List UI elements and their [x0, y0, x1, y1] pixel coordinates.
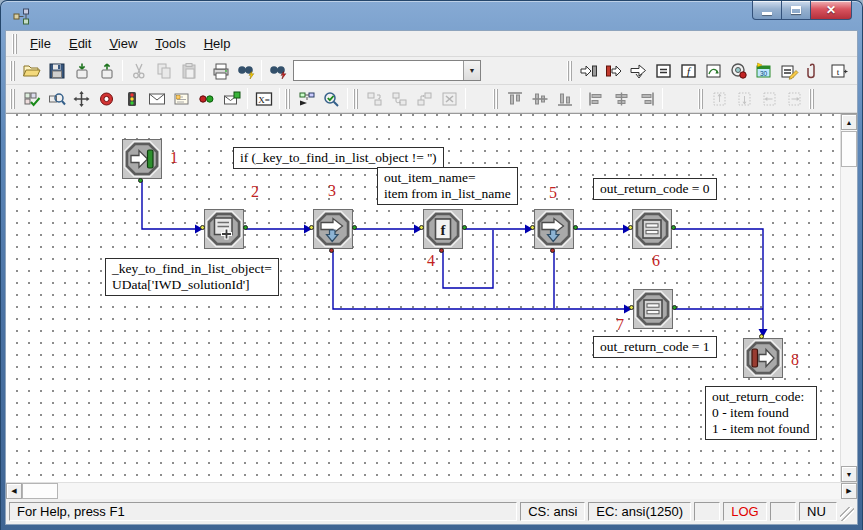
- find-combobox[interactable]: ▼: [293, 60, 481, 81]
- align-right-button[interactable]: [634, 87, 659, 111]
- menu-help[interactable]: Help: [195, 32, 240, 55]
- bottom-port-red[interactable]: [550, 248, 555, 253]
- annotation-box[interactable]: if (_key_to_find_in_list_object != ''): [233, 147, 444, 169]
- right-port-green[interactable]: [672, 305, 677, 310]
- vertical-scrollbar[interactable]: ▲ ▼: [840, 114, 857, 482]
- right-port-green[interactable]: [573, 225, 578, 230]
- if-branch-node[interactable]: [313, 209, 353, 249]
- annotation-box[interactable]: out_return_code = 1: [593, 336, 717, 358]
- flow-canvas[interactable]: if (_key_to_find_in_list_object != '')ou…: [6, 114, 840, 482]
- multi-assign-node[interactable]: [204, 209, 244, 249]
- annotation-box[interactable]: out_return_code = 0: [593, 178, 717, 200]
- toolbar-gripper[interactable]: [567, 61, 572, 81]
- toolbar-gripper[interactable]: [10, 61, 15, 81]
- align-left-button[interactable]: [584, 87, 609, 111]
- open-button[interactable]: [19, 59, 44, 83]
- toolbar-gripper[interactable]: [353, 89, 358, 109]
- menu-tools[interactable]: Tools: [146, 32, 194, 55]
- branch-button[interactable]: [626, 59, 651, 83]
- menu-file[interactable]: File: [21, 32, 60, 55]
- entry-button[interactable]: [576, 59, 601, 83]
- app-icon[interactable]: [13, 8, 30, 25]
- mail-button[interactable]: [144, 87, 169, 111]
- toolbar-gripper[interactable]: [698, 89, 703, 109]
- assign-node[interactable]: [633, 289, 673, 329]
- annotation-box[interactable]: _key_to_find_in_list_object=UData['IWD_s…: [105, 258, 279, 296]
- align-center-button[interactable]: [609, 87, 634, 111]
- note-card-button[interactable]: [169, 87, 194, 111]
- bottom-port-red[interactable]: [439, 248, 444, 253]
- horizontal-scrollbar[interactable]: ◀ ▶: [6, 482, 857, 499]
- move-button[interactable]: [69, 87, 94, 111]
- zoom-check-button[interactable]: [319, 87, 344, 111]
- menu-gripper[interactable]: [12, 34, 17, 54]
- title-bar[interactable]: ✕: [1, 1, 862, 30]
- assign-node[interactable]: [632, 209, 672, 249]
- menu-edit[interactable]: Edit: [60, 32, 100, 55]
- right-port-green[interactable]: [352, 225, 357, 230]
- link-dots-button[interactable]: [194, 87, 219, 111]
- align-middle-button[interactable]: [527, 87, 552, 111]
- horizontal-scroll-thumb[interactable]: [22, 483, 58, 499]
- save-button[interactable]: [44, 59, 69, 83]
- print-button[interactable]: [208, 59, 233, 83]
- exit-button[interactable]: [601, 59, 626, 83]
- left-port-yellow[interactable]: [309, 225, 314, 230]
- x-equals-button[interactable]: X=: [251, 87, 276, 111]
- mail-data-button[interactable]: [219, 87, 244, 111]
- traffic-light-button[interactable]: [119, 87, 144, 111]
- close-button[interactable]: ✕: [810, 1, 852, 20]
- find-button[interactable]: [233, 59, 258, 83]
- multi-function-button[interactable]: [701, 59, 726, 83]
- check-in-button[interactable]: [69, 59, 94, 83]
- validate-button[interactable]: [19, 87, 44, 111]
- vertical-scroll-thumb[interactable]: [841, 131, 857, 167]
- data-window-button[interactable]: 30: [751, 59, 776, 83]
- left-port-yellow[interactable]: [530, 225, 535, 230]
- status-log-indicator[interactable]: LOG: [723, 502, 767, 521]
- left-port-yellow[interactable]: [629, 305, 634, 310]
- multi-assign-button[interactable]: [776, 59, 801, 83]
- right-port-green[interactable]: [243, 225, 248, 230]
- check-out-button[interactable]: [94, 59, 119, 83]
- attach-button[interactable]: [801, 59, 826, 83]
- annotation-box[interactable]: out_return_code:0 - item found1 - item n…: [705, 386, 817, 440]
- align-bottom-button[interactable]: [552, 87, 577, 111]
- error-target-button[interactable]: [726, 59, 751, 83]
- menu-view[interactable]: View: [100, 32, 146, 55]
- exit-node[interactable]: [743, 338, 783, 378]
- scroll-left-button[interactable]: ◀: [6, 483, 22, 499]
- minimize-button[interactable]: [752, 1, 782, 20]
- find-red-button[interactable]: [265, 59, 290, 83]
- bottom-port-green[interactable]: [138, 178, 143, 183]
- scroll-down-button[interactable]: ▼: [841, 466, 857, 482]
- block-button[interactable]: t: [826, 59, 851, 83]
- left-port-yellow[interactable]: [628, 225, 633, 230]
- right-port-green[interactable]: [671, 225, 676, 230]
- toolbar-gripper[interactable]: [493, 89, 498, 109]
- left-port-yellow[interactable]: [419, 225, 424, 230]
- entry-node[interactable]: [122, 139, 162, 179]
- scroll-up-button[interactable]: ▲: [841, 114, 857, 130]
- bottom-port-red[interactable]: [329, 248, 334, 253]
- function-node[interactable]: f: [423, 209, 463, 249]
- maximize-button[interactable]: [781, 1, 811, 20]
- if-branch-node[interactable]: [534, 209, 574, 249]
- align-top-button[interactable]: [502, 87, 527, 111]
- annotation-box[interactable]: out_item_name=item from in_list_name: [377, 167, 518, 205]
- toolbar-gripper[interactable]: [809, 89, 814, 109]
- toolbar-gripper[interactable]: [10, 89, 15, 109]
- left-port-yellow[interactable]: [200, 225, 205, 230]
- combo-dropdown-icon[interactable]: ▼: [463, 61, 480, 80]
- scroll-right-button[interactable]: ▶: [841, 483, 857, 499]
- paste-icon: [179, 62, 199, 80]
- find-object-button[interactable]: [44, 87, 69, 111]
- right-port-green[interactable]: [462, 225, 467, 230]
- assign-button[interactable]: [651, 59, 676, 83]
- toolbar-gripper[interactable]: [285, 89, 290, 109]
- flow-print-button[interactable]: [294, 87, 319, 111]
- function-button[interactable]: f: [676, 59, 701, 83]
- target-button[interactable]: [94, 87, 119, 111]
- top-port-yellow[interactable]: [759, 334, 764, 339]
- resize-grip[interactable]: [840, 507, 854, 521]
